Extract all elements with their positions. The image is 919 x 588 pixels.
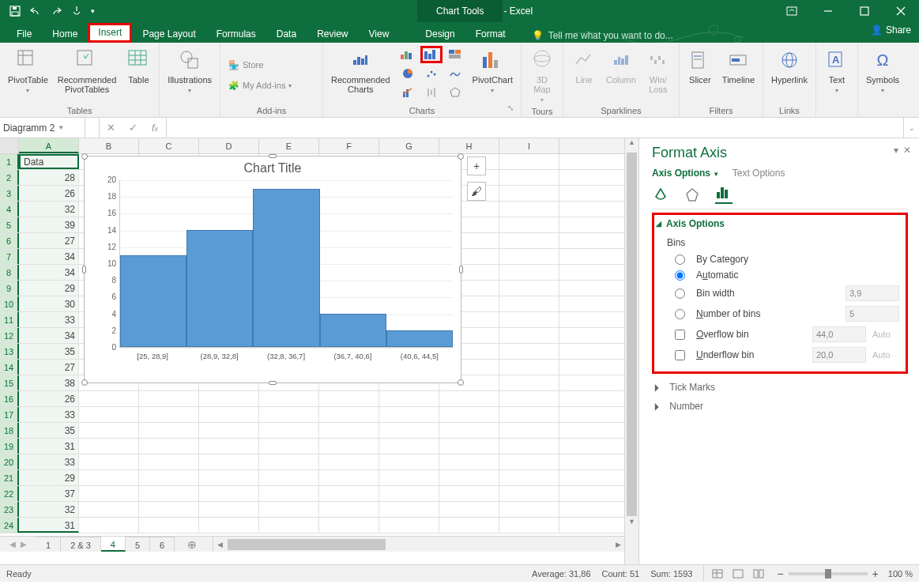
row-header-11[interactable]: 11 — [0, 312, 19, 327]
cell[interactable] — [259, 439, 319, 454]
row-header-14[interactable]: 14 — [0, 360, 19, 375]
row-header-6[interactable]: 6 — [0, 233, 19, 248]
cell[interactable]: 27 — [19, 233, 79, 248]
cell[interactable]: 34 — [19, 265, 79, 280]
cell[interactable] — [259, 407, 319, 422]
pane-tab-text-options[interactable]: Text Options — [733, 168, 785, 179]
statistic-chart-icon[interactable] — [420, 46, 443, 63]
cell[interactable] — [199, 454, 259, 469]
cell[interactable] — [79, 470, 139, 485]
row-header-17[interactable]: 17 — [0, 407, 19, 422]
sheet-nav[interactable]: ◀▶ — [0, 537, 36, 552]
cell[interactable]: 29 — [19, 470, 79, 485]
chart-title[interactable]: Chart Title — [85, 156, 461, 175]
cell[interactable] — [199, 439, 259, 454]
undo-icon[interactable] — [25, 1, 46, 21]
bins-by-category-option[interactable]: By Category — [675, 251, 899, 267]
fill-line-icon[interactable] — [652, 187, 669, 204]
cell[interactable]: 32 — [19, 502, 79, 517]
cell[interactable]: 32 — [19, 202, 79, 217]
cell[interactable]: 37 — [19, 486, 79, 501]
hierarchy-chart-icon[interactable] — [444, 46, 466, 63]
tab-design[interactable]: Design — [415, 25, 465, 43]
scroll-left-icon[interactable]: ◀ — [213, 541, 226, 548]
cell[interactable] — [319, 502, 379, 517]
overflow-bin-option[interactable]: Overflow bin44,0Auto — [675, 324, 899, 345]
3d-map-button[interactable]: 3D Map▾ — [526, 46, 558, 105]
cell[interactable] — [319, 391, 379, 406]
cell[interactable] — [499, 281, 559, 296]
cell[interactable] — [319, 470, 379, 485]
cell[interactable] — [499, 423, 559, 438]
slicer-button[interactable]: Slicer — [684, 46, 716, 86]
name-box[interactable]: Diagramm 2 ▼ — [0, 118, 85, 138]
qat-customize-icon[interactable]: ▾ — [87, 1, 98, 21]
select-all-corner[interactable] — [0, 138, 19, 153]
tab-file[interactable]: File — [6, 25, 42, 43]
cell[interactable] — [319, 518, 379, 533]
close-icon[interactable] — [883, 0, 919, 22]
cell[interactable] — [499, 360, 559, 375]
pivottable-button[interactable]: PivotTable▾ — [5, 46, 51, 96]
cell[interactable] — [439, 423, 499, 438]
cell[interactable] — [499, 344, 559, 359]
cell[interactable]: 34 — [19, 328, 79, 343]
minimize-icon[interactable] — [810, 0, 846, 22]
cell[interactable] — [139, 423, 199, 438]
sheet-tab-1[interactable]: 1 — [36, 537, 61, 552]
sheet-tab-4[interactable]: 4 — [101, 536, 126, 552]
cell[interactable] — [499, 502, 559, 517]
scroll-down-icon[interactable]: ▼ — [625, 518, 638, 530]
cell[interactable]: 33 — [19, 312, 79, 327]
tab-data[interactable]: Data — [266, 25, 307, 43]
grid[interactable]: ABCDEFGHI 1Data2283264325396277348349291… — [0, 138, 624, 536]
cell[interactable]: Data — [19, 154, 79, 169]
zoom-level[interactable]: 100 % — [888, 569, 913, 579]
tab-format[interactable]: Format — [465, 25, 516, 43]
cell[interactable]: 30 — [19, 296, 79, 311]
tab-formulas[interactable]: Formulas — [206, 25, 266, 43]
cell[interactable] — [499, 154, 559, 169]
sheet-tab-6[interactable]: 6 — [150, 537, 175, 552]
cell[interactable] — [79, 486, 139, 501]
cell[interactable] — [199, 486, 259, 501]
row-header-16[interactable]: 16 — [0, 391, 19, 406]
pane-tab-dropdown-icon[interactable]: ▼ — [713, 171, 719, 178]
row-header-21[interactable]: 21 — [0, 470, 19, 485]
save-icon[interactable] — [5, 1, 25, 21]
chart-bar[interactable] — [320, 314, 386, 347]
cell[interactable] — [439, 518, 499, 533]
cell[interactable]: 33 — [19, 407, 79, 422]
cell[interactable] — [199, 518, 259, 533]
bins-automatic-radio[interactable] — [675, 270, 685, 281]
bins-number-radio[interactable] — [675, 309, 685, 319]
cell[interactable]: 35 — [19, 423, 79, 438]
number-of-bins-field[interactable]: 5 — [846, 306, 899, 322]
page-break-view-icon[interactable] — [748, 566, 769, 582]
section-tick-marks[interactable]: ◢ Tick Marks — [652, 382, 908, 393]
cell[interactable] — [259, 470, 319, 485]
recommended-charts-button[interactable]: Recommended Charts — [328, 46, 394, 96]
tab-page-layout[interactable]: Page Layout — [132, 25, 205, 43]
cell[interactable]: 29 — [19, 281, 79, 296]
cell[interactable] — [259, 502, 319, 517]
cell[interactable]: 26 — [19, 186, 79, 201]
cell[interactable] — [439, 502, 499, 517]
cell[interactable] — [439, 454, 499, 469]
radar-chart-icon[interactable] — [444, 84, 466, 101]
row-header-5[interactable]: 5 — [0, 217, 19, 232]
chart-style-button[interactable]: 🖌 — [467, 182, 486, 201]
my-addins-button[interactable]: 🧩My Add-ins▾ — [225, 77, 318, 94]
cell[interactable]: 31 — [19, 518, 79, 533]
tab-home[interactable]: Home — [42, 25, 88, 43]
cell[interactable] — [499, 454, 559, 469]
zoom-out-icon[interactable]: − — [777, 567, 783, 580]
hscroll-thumb[interactable] — [228, 539, 386, 550]
cell[interactable] — [499, 375, 559, 390]
maximize-icon[interactable] — [846, 0, 883, 22]
cell[interactable] — [139, 470, 199, 485]
cell[interactable] — [199, 470, 259, 485]
cell[interactable]: 31 — [19, 439, 79, 454]
cell[interactable] — [79, 502, 139, 517]
cell[interactable] — [499, 217, 559, 232]
